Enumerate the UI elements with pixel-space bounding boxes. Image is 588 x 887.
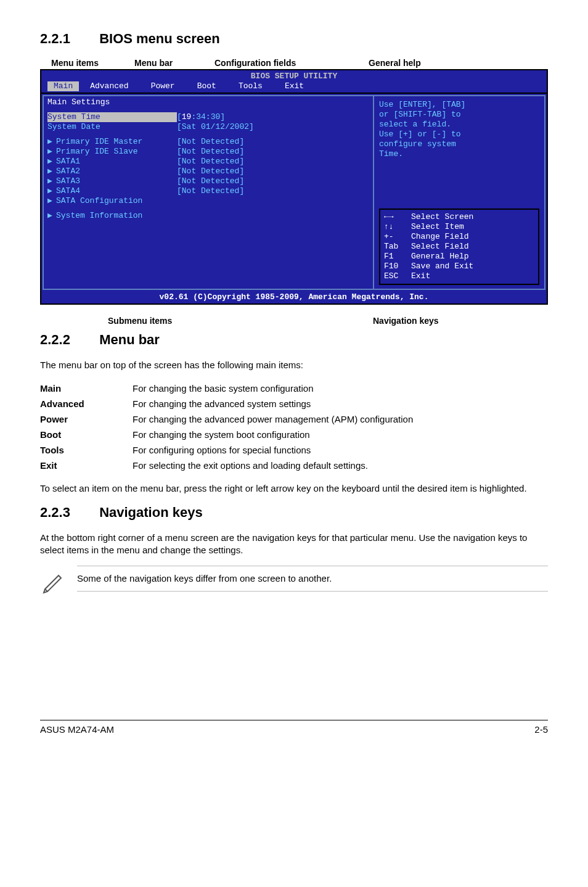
help-line: or [SHIFT-TAB] to — [379, 110, 539, 120]
table-row: ToolsFor configuring options for special… — [40, 442, 413, 458]
bios-copyright: v02.61 (C)Copyright 1985-2009, American … — [41, 291, 547, 303]
nav-key: +- — [384, 232, 411, 242]
row-system-information[interactable]: ▶ System Information — [47, 211, 369, 221]
chevron-right-icon: ▶ — [47, 147, 56, 157]
row-sata3[interactable]: ▶ SATA3 [Not Detected] — [47, 176, 369, 186]
callout-menu-items: Menu items — [51, 58, 134, 68]
nav-key: ←→ — [384, 212, 411, 222]
pencil-icon — [40, 566, 77, 596]
value-system-time: [19:34:30] — [177, 112, 225, 122]
tab-boot[interactable]: Boot — [186, 81, 227, 91]
nav-key: ↑↓ — [384, 222, 411, 232]
section-title: Navigation keys — [99, 505, 203, 520]
tab-main[interactable]: Main — [47, 81, 79, 91]
row-primary-ide-slave[interactable]: ▶ Primary IDE Slave [Not Detected] — [47, 147, 369, 157]
page-footer: ASUS M2A74-AM 2-5 — [40, 720, 548, 753]
nav-key: F10 — [384, 262, 411, 271]
table-row: AdvancedFor changing the advanced system… — [40, 396, 413, 411]
callout-navigation-keys: Navigation keys — [373, 316, 439, 326]
section-2-2-3-body: At the bottom right corner of a menu scr… — [40, 532, 548, 557]
help-line: configure system — [379, 139, 539, 149]
footer-right: 2-5 — [534, 724, 548, 735]
bios-help-pane: Use [ENTER], [TAB] or [SHIFT-TAB] to sel… — [373, 95, 545, 290]
tab-power[interactable]: Power — [140, 81, 186, 91]
section-number: 2.2.3 — [40, 505, 96, 521]
menu-description-table: MainFor changing the basic system config… — [40, 381, 413, 473]
row-sata4[interactable]: ▶ SATA4 [Not Detected] — [47, 186, 369, 196]
table-row: ExitFor selecting the exit options and l… — [40, 458, 413, 473]
svg-line-1 — [45, 589, 47, 592]
tab-tools[interactable]: Tools — [227, 81, 274, 91]
nav-key: ESC — [384, 271, 411, 281]
section-title: BIOS menu screen — [99, 31, 220, 46]
table-row: PowerFor changing the advanced power man… — [40, 411, 413, 427]
note-box: Some of the navigation keys differ from … — [40, 566, 548, 596]
table-row: MainFor changing the basic system config… — [40, 381, 413, 396]
label-system-date: System Date — [47, 122, 177, 132]
chevron-right-icon: ▶ — [47, 196, 56, 206]
callout-config-fields: Configuration fields — [214, 58, 369, 68]
bios-left-pane: Main Settings System Time [19:34:30] Sys… — [43, 95, 373, 290]
callout-general-help: General help — [369, 58, 421, 68]
bios-title: BIOS SETUP UTILITY — [41, 70, 547, 81]
section-2-2-2-heading: 2.2.2 Menu bar — [40, 332, 548, 348]
help-line: Use [+] or [-] to — [379, 130, 539, 139]
tab-advanced[interactable]: Advanced — [79, 81, 139, 91]
bios-bottom-callouts: Submenu items Navigation keys — [40, 316, 548, 326]
section-2-2-3-heading: 2.2.3 Navigation keys — [40, 505, 548, 521]
row-sata2[interactable]: ▶ SATA2 [Not Detected] — [47, 167, 369, 176]
nav-key: F1 — [384, 252, 411, 262]
bios-menubar: Main Advanced Power Boot Tools Exit — [41, 81, 547, 93]
section-number: 2.2.2 — [40, 332, 96, 348]
tab-exit[interactable]: Exit — [274, 81, 315, 91]
bios-top-callouts: Menu items Menu bar Configuration fields… — [40, 58, 548, 68]
chevron-right-icon: ▶ — [47, 157, 56, 167]
chevron-right-icon: ▶ — [47, 137, 56, 147]
row-system-time[interactable]: System Time [19:34:30] — [47, 112, 369, 122]
value-system-date: [Sat 01/12/2002] — [177, 122, 254, 132]
section-title: Menu bar — [99, 332, 160, 347]
section-2-2-2-intro: The menu bar on top of the screen has th… — [40, 359, 548, 371]
section-2-2-2-outro: To select an item on the menu bar, press… — [40, 482, 548, 495]
chevron-right-icon: ▶ — [47, 176, 56, 186]
section-number: 2.2.1 — [40, 31, 96, 47]
help-line: select a field. — [379, 120, 539, 130]
footer-left: ASUS M2A74-AM — [40, 724, 114, 735]
row-system-date[interactable]: System Date [Sat 01/12/2002] — [47, 122, 369, 132]
bios-screen: BIOS SETUP UTILITY Main Advanced Power B… — [40, 69, 548, 305]
note-text: Some of the navigation keys differ from … — [77, 566, 548, 592]
nav-key: Tab — [384, 242, 411, 252]
label-system-time: System Time — [47, 112, 177, 122]
main-settings-heading: Main Settings — [47, 97, 369, 107]
help-line: Use [ENTER], [TAB] — [379, 100, 539, 110]
row-primary-ide-master[interactable]: ▶ Primary IDE Master [Not Detected] — [47, 137, 369, 147]
callout-menu-bar: Menu bar — [134, 58, 214, 68]
help-line: Time. — [379, 149, 539, 159]
callout-submenu-items: Submenu items — [108, 316, 373, 326]
chevron-right-icon: ▶ — [47, 167, 56, 176]
section-2-2-1-heading: 2.2.1 BIOS menu screen — [40, 31, 548, 47]
row-sata-config[interactable]: ▶ SATA Configuration — [47, 196, 369, 206]
chevron-right-icon: ▶ — [47, 186, 56, 196]
bios-nav-legend: ←→Select Screen ↑↓Select Item +-Change F… — [379, 208, 539, 285]
table-row: BootFor changing the system boot configu… — [40, 427, 413, 442]
chevron-right-icon: ▶ — [47, 211, 56, 221]
row-sata1[interactable]: ▶ SATA1 [Not Detected] — [47, 157, 369, 167]
